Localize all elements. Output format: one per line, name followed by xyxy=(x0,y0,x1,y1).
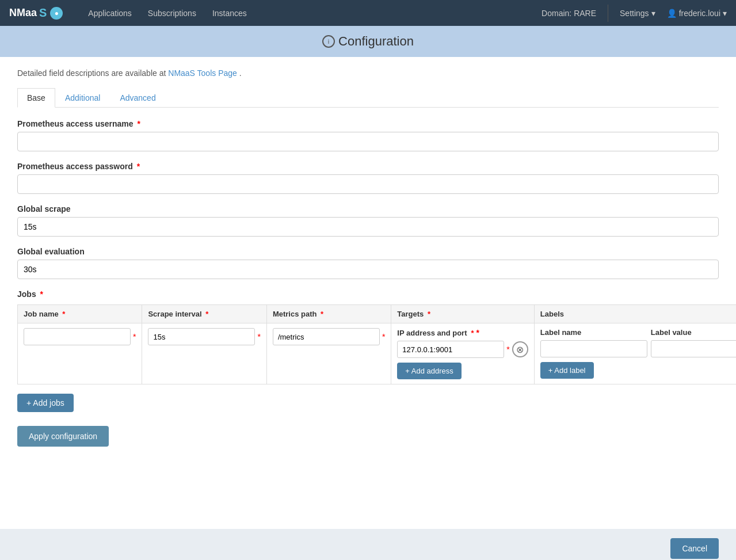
required-star-password: * xyxy=(137,162,140,171)
scrape-interval-input[interactable] xyxy=(148,328,255,345)
metrics-path-input[interactable] xyxy=(273,328,380,345)
add-label-button[interactable]: + Add label xyxy=(540,362,594,379)
user-chevron-icon: ▾ xyxy=(723,9,727,18)
targets-cell: IP address and port * * * ⊗ + Add addres… xyxy=(391,323,534,384)
add-address-button[interactable]: + Add address xyxy=(397,363,461,379)
global-scrape-input[interactable] xyxy=(17,217,719,237)
global-evaluation-label: Global evaluation xyxy=(17,247,719,256)
brand-nm: NMaa xyxy=(9,7,37,19)
main-nav: Applications Subscriptions Instances xyxy=(80,0,254,26)
scrape-interval-cell: * xyxy=(142,323,266,384)
required-star-username: * xyxy=(137,119,140,128)
ip-address-required: * xyxy=(506,345,509,354)
settings-chevron-icon: ▾ xyxy=(651,9,655,18)
user-menu[interactable]: 👤 frederic.loui ▾ xyxy=(667,9,727,18)
tools-page-link[interactable]: NMaaS Tools Page xyxy=(168,68,237,78)
prometheus-password-label: Prometheus access password * xyxy=(17,162,719,171)
navbar: NMaaS ● Applications Subscriptions Insta… xyxy=(0,0,736,26)
nav-item-applications[interactable]: Applications xyxy=(80,0,140,26)
info-text: Detailed field descriptions are availabl… xyxy=(17,68,719,78)
navbar-right: Domain: RARE Settings ▾ 👤 frederic.loui … xyxy=(541,5,727,22)
col-job-name: Job name * xyxy=(18,305,142,323)
job-name-required: * xyxy=(133,332,136,341)
nav-divider-1 xyxy=(608,5,608,22)
prometheus-password-group: Prometheus access password * xyxy=(17,162,719,194)
global-evaluation-input[interactable] xyxy=(17,260,719,279)
label-name-header: Label name xyxy=(540,328,647,337)
brand-logo[interactable]: NMaaS ● xyxy=(9,6,63,20)
metrics-path-required: * xyxy=(382,332,385,341)
scrape-interval-input-group: * xyxy=(148,328,260,345)
tab-advanced[interactable]: Advanced xyxy=(110,88,165,108)
labels-cell: Label name Label value ⊗ + Add label xyxy=(534,323,736,384)
cancel-button[interactable]: Cancel xyxy=(670,538,719,559)
user-label: frederic.loui xyxy=(679,9,720,18)
job-name-cell: * xyxy=(18,323,142,384)
required-star-jobs: * xyxy=(40,289,43,299)
label-input-row: ⊗ xyxy=(540,340,736,357)
page-header-band: i Configuration xyxy=(0,26,736,57)
label-value-header: Label value xyxy=(651,328,736,337)
jobs-label: Jobs * xyxy=(17,289,719,299)
nav-item-instances[interactable]: Instances xyxy=(204,0,255,26)
config-icon: i xyxy=(322,35,335,48)
ip-address-row: * ⊗ xyxy=(397,341,528,358)
settings-link[interactable]: Settings ▾ xyxy=(620,9,655,18)
col-scrape-interval: Scrape interval * xyxy=(142,305,266,323)
tab-additional[interactable]: Additional xyxy=(55,88,110,108)
bottom-bar: Cancel xyxy=(0,529,736,560)
col-labels: Labels xyxy=(534,305,736,323)
label-value-input[interactable] xyxy=(651,340,736,357)
label-header-row: Label name Label value xyxy=(540,328,736,337)
user-icon: 👤 xyxy=(667,9,677,18)
metrics-path-cell: * xyxy=(266,323,391,384)
job-name-input-group: * xyxy=(24,328,136,345)
metrics-path-input-group: * xyxy=(273,328,385,345)
ip-address-label: IP address and port * * xyxy=(397,328,528,337)
nav-item-subscriptions[interactable]: Subscriptions xyxy=(140,0,204,26)
page-title: Configuration xyxy=(338,34,414,49)
remove-ip-button[interactable]: ⊗ xyxy=(512,341,528,357)
prometheus-username-group: Prometheus access username * xyxy=(17,119,719,151)
label-name-input[interactable] xyxy=(540,340,647,357)
ip-address-input[interactable] xyxy=(397,341,504,358)
jobs-table: Job name * Scrape interval * Metrics pat… xyxy=(17,304,736,384)
domain-link[interactable]: Domain: RARE xyxy=(541,9,596,18)
col-targets: Targets * xyxy=(391,305,534,323)
table-row: * * * xyxy=(18,323,737,384)
main-content: Detailed field descriptions are availabl… xyxy=(0,57,736,529)
brand-icon: ● xyxy=(50,7,63,20)
add-jobs-button[interactable]: + Add jobs xyxy=(17,394,74,412)
tab-base[interactable]: Base xyxy=(17,88,55,108)
brand-s: S xyxy=(39,6,47,20)
scrape-interval-required: * xyxy=(257,332,260,341)
apply-section: Apply configuration xyxy=(17,426,719,447)
add-jobs-row: + Add jobs xyxy=(17,394,719,412)
global-evaluation-group: Global evaluation xyxy=(17,247,719,279)
jobs-group: Jobs * Job name * Scrape interval * Metr… xyxy=(17,289,719,412)
col-metrics-path: Metrics path * xyxy=(266,305,391,323)
global-scrape-group: Global scrape xyxy=(17,204,719,237)
global-scrape-label: Global scrape xyxy=(17,204,719,214)
prometheus-username-input[interactable] xyxy=(17,132,719,151)
prometheus-password-input[interactable] xyxy=(17,174,719,194)
apply-configuration-button[interactable]: Apply configuration xyxy=(17,426,109,447)
prometheus-username-label: Prometheus access username * xyxy=(17,119,719,128)
tabs-container: Base Additional Advanced xyxy=(17,88,719,108)
settings-label: Settings xyxy=(620,9,649,18)
jobs-table-header-row: Job name * Scrape interval * Metrics pat… xyxy=(18,305,737,323)
job-name-input[interactable] xyxy=(24,328,131,345)
